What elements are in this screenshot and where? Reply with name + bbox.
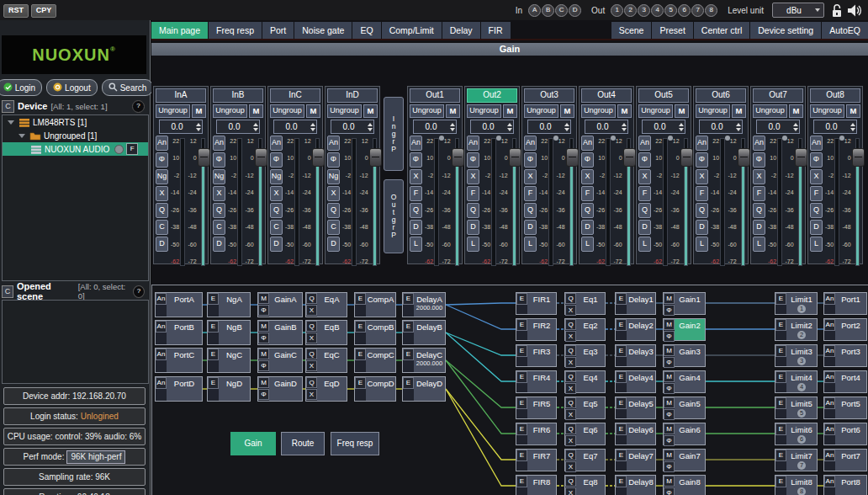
spinner-down-icon[interactable] xyxy=(368,128,373,131)
in-badge-B[interactable]: B xyxy=(542,4,554,17)
ungroup-button[interactable]: Ungroup xyxy=(524,104,558,118)
badge-e[interactable]: E xyxy=(616,397,627,409)
login-button[interactable]: Login xyxy=(0,79,42,96)
dsp-button-d[interactable]: D xyxy=(467,220,479,235)
dsp-button-f[interactable]: F xyxy=(410,186,422,201)
badge-q[interactable]: Q xyxy=(565,345,576,356)
flow-block-delay5[interactable]: EDelay5 xyxy=(615,397,656,419)
fader-handle[interactable] xyxy=(509,148,521,167)
badge-e[interactable]: E xyxy=(775,293,786,305)
badge-q[interactable]: Q xyxy=(306,349,317,359)
level-unit-select[interactable]: dBu xyxy=(772,3,824,18)
spinner-down-icon[interactable] xyxy=(310,128,315,131)
flow-block-eq4[interactable]: QXEq4 xyxy=(564,370,606,393)
dsp-button-q[interactable]: Q xyxy=(467,203,479,218)
dsp-button-x[interactable]: X xyxy=(696,169,708,184)
tab-main-page[interactable]: Main page xyxy=(151,22,208,39)
logout-button[interactable]: Logout xyxy=(46,79,98,96)
mute-button[interactable]: M xyxy=(789,104,803,118)
badge-e[interactable]: E xyxy=(355,293,366,305)
gain-spinner[interactable]: 0.0 xyxy=(527,120,571,134)
badge-x[interactable]: X xyxy=(306,389,317,400)
mute-button[interactable]: M xyxy=(446,104,460,118)
gain-spinner[interactable]: 0.0 xyxy=(756,120,800,134)
dsp-button-an[interactable]: An xyxy=(581,136,594,151)
dsp-button-d[interactable]: D xyxy=(524,220,537,235)
badge-e[interactable]: E xyxy=(616,371,627,383)
out-badge-5[interactable]: 5 xyxy=(664,4,677,17)
dsp-button-q[interactable]: Q xyxy=(696,203,708,218)
gain-value[interactable]: 0.0 xyxy=(331,122,366,131)
spinner-up-icon[interactable] xyxy=(450,123,455,126)
badge-φ[interactable]: Φ xyxy=(664,331,675,342)
spinner-down-icon[interactable] xyxy=(736,128,741,131)
fader-handle[interactable] xyxy=(369,148,382,167)
badge-m[interactable]: M xyxy=(664,371,675,382)
flow-block-fir8[interactable]: EFIR8 xyxy=(516,475,557,495)
mute-button[interactable]: M xyxy=(675,104,689,118)
spinner-up-icon[interactable] xyxy=(793,123,798,126)
flow-block-fir7[interactable]: EFIR7 xyxy=(516,449,557,471)
gain-spinner[interactable]: 0.0 xyxy=(470,120,514,134)
badge-an[interactable]: An xyxy=(824,423,835,435)
mute-button[interactable]: M xyxy=(306,104,320,118)
badge-e[interactable]: E xyxy=(208,377,219,389)
gain-spinner[interactable]: 0.0 xyxy=(413,120,457,134)
channel-name-out5[interactable]: Out5 xyxy=(638,88,689,103)
dsp-button-c[interactable]: C xyxy=(270,220,283,235)
dsp-button-l[interactable]: L xyxy=(810,237,823,252)
flow-block-gaina[interactable]: MΦGainA xyxy=(257,292,303,317)
flow-block-eqc[interactable]: QXEqC xyxy=(305,348,347,373)
dsp-button-l[interactable]: L xyxy=(581,237,594,252)
tree-item-nuoxun-audio[interactable]: NUOXUN AUDIOF xyxy=(3,142,148,156)
badge-an[interactable]: An xyxy=(824,476,835,487)
badge-m[interactable]: M xyxy=(664,397,675,408)
tab-fir[interactable]: FIR xyxy=(481,22,511,39)
channel-name-out8[interactable]: Out8 xyxy=(810,88,860,103)
gain-value[interactable]: 0.0 xyxy=(217,122,251,131)
dsp-button-l[interactable]: L xyxy=(410,237,422,252)
badge-e[interactable]: E xyxy=(516,423,527,435)
dsp-button-q[interactable]: Q xyxy=(270,203,283,218)
expand-arrow-icon[interactable] xyxy=(19,134,25,138)
badge-q[interactable]: Q xyxy=(306,321,317,332)
ungroup-button[interactable]: Ungroup xyxy=(638,104,673,118)
mute-button[interactable]: M xyxy=(846,104,860,118)
expand-arrow-icon[interactable] xyxy=(8,120,14,125)
flow-block-limit7[interactable]: ELimit77 xyxy=(775,449,818,471)
spinner-up-icon[interactable] xyxy=(736,123,741,126)
badge-q[interactable]: Q xyxy=(306,377,317,388)
badge-q[interactable]: Q xyxy=(565,397,576,408)
dsp-button-d[interactable]: D xyxy=(327,237,340,252)
dsp-button-an[interactable]: An xyxy=(467,136,479,151)
fader-handle[interactable] xyxy=(312,148,325,167)
gain-value[interactable]: 0.0 xyxy=(585,122,620,131)
dsp-button-q[interactable]: Q xyxy=(213,203,225,218)
badge-e[interactable]: E xyxy=(516,397,527,409)
flow-block-delay2[interactable]: EDelay2 xyxy=(615,318,656,341)
flow-block-limit4[interactable]: ELimit44 xyxy=(775,370,818,393)
ungroup-button[interactable]: Ungroup xyxy=(753,104,787,118)
flow-block-gaind[interactable]: MΦGainD xyxy=(257,376,303,402)
dsp-button-d[interactable]: D xyxy=(810,220,823,235)
gain-spinner[interactable]: 0.0 xyxy=(699,120,743,134)
flow-block-eqd[interactable]: QXEqD xyxy=(305,376,347,402)
flow-block-gain6[interactable]: MΦGain6 xyxy=(663,423,706,445)
flow-block-gain1[interactable]: MΦGain1 xyxy=(663,292,706,315)
dsp-button-x[interactable]: X xyxy=(467,169,479,184)
flow-block-fir2[interactable]: EFIR2 xyxy=(516,318,557,341)
badge-q[interactable]: Q xyxy=(565,476,576,487)
dsp-button-φ[interactable]: Φ xyxy=(467,152,479,168)
badge-e[interactable]: E xyxy=(516,476,527,487)
badge-e[interactable]: E xyxy=(516,371,527,383)
flow-block-eq6[interactable]: QXEq6 xyxy=(564,423,606,445)
dsp-button-φ[interactable]: Φ xyxy=(810,152,823,168)
dsp-button-x[interactable]: X xyxy=(213,186,225,201)
flow-block-portd[interactable]: AnPortD xyxy=(155,376,203,402)
dsp-button-l[interactable]: L xyxy=(467,237,479,252)
badge-m[interactable]: M xyxy=(664,345,675,356)
fader-handle[interactable] xyxy=(738,148,750,167)
badge-x[interactable]: X xyxy=(565,487,576,495)
dsp-button-ng[interactable]: Ng xyxy=(327,169,340,184)
flow-block-compa[interactable]: ECompA xyxy=(354,292,396,317)
